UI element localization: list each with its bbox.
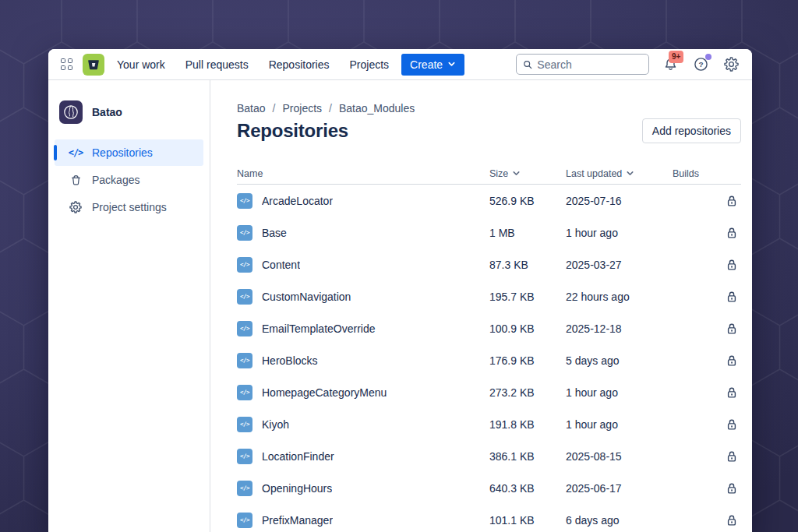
sidebar-menu: </> Repositories Packages — [48, 139, 210, 220]
table-row: </> PrefixManager 101.1 KB 6 days ago — [237, 504, 741, 532]
private-lock-icon — [725, 258, 741, 272]
table-row: </> CustomNavigation 195.7 KB 22 hours a… — [237, 280, 741, 312]
sidebar-item-label: Repositories — [92, 146, 153, 159]
sidebar-item-label: Packages — [92, 174, 139, 186]
repository-last-updated: 2025-07-16 — [566, 195, 673, 207]
repository-size: 101.1 KB — [489, 514, 566, 527]
sidebar-item-label: Project settings — [92, 201, 167, 213]
sort-chevron-icon — [625, 168, 635, 178]
private-lock-icon — [725, 290, 741, 304]
nav-item[interactable]: Projects — [350, 58, 390, 71]
repository-code-icon: </> — [237, 257, 252, 273]
repository-size: 191.8 KB — [489, 418, 566, 431]
repository-name-link[interactable]: ArcadeLocator — [262, 195, 333, 207]
top-navigation-bar: Your workPull requestsRepositoriesProjec… — [48, 49, 752, 80]
table-row: </> Base 1 MB 1 hour ago — [237, 217, 741, 248]
help-button[interactable]: ? — [692, 56, 709, 73]
repository-name-link[interactable]: HeroBlocks — [262, 354, 318, 367]
private-lock-icon — [725, 354, 741, 368]
repository-name-link[interactable]: Content — [262, 259, 300, 271]
repository-code-icon: </> — [237, 481, 252, 496]
nav-item[interactable]: Repositories — [269, 58, 330, 71]
help-status-dot — [705, 54, 711, 60]
sort-chevron-icon — [511, 168, 521, 178]
search-input[interactable] — [537, 58, 642, 71]
repository-size: 176.9 KB — [489, 354, 566, 367]
notification-count-badge: 9+ — [669, 51, 683, 63]
table-body: </> ArcadeLocator 526.9 KB 2025-07-16 — [237, 185, 741, 532]
table-row: </> Content 87.3 KB 2025-03-27 — [237, 248, 741, 280]
column-header-builds: Builds — [673, 168, 741, 179]
repository-size: 100.9 KB — [489, 322, 566, 335]
repository-last-updated: 2025-12-18 — [566, 322, 673, 335]
repository-code-icon: </> — [237, 417, 252, 432]
breadcrumb-link[interactable]: Projects — [282, 102, 338, 115]
repository-name-link[interactable]: CustomNavigation — [262, 291, 351, 303]
nav-item[interactable]: Pull requests — [185, 58, 249, 71]
private-lock-icon — [725, 226, 741, 240]
bitbucket-logo-icon[interactable] — [83, 54, 104, 76]
project-sidebar: Batao </> Repositories Packages — [48, 80, 210, 532]
sidebar-item-packages[interactable]: Packages — [55, 167, 203, 193]
repository-code-icon: </> — [237, 193, 252, 209]
page-title: Repositories — [237, 120, 348, 142]
repository-name-link[interactable]: LocationFinder — [262, 450, 334, 463]
private-lock-icon — [725, 322, 741, 336]
repository-last-updated: 2025-08-15 — [566, 450, 673, 463]
table-row: </> LocationFinder 386.1 KB 2025-08-15 — [237, 440, 741, 472]
table-header-row: Name Size Last updated — [237, 163, 741, 185]
private-lock-icon — [725, 417, 741, 432]
private-lock-icon — [725, 449, 741, 463]
repository-name-link[interactable]: Kiyoh — [262, 418, 289, 431]
repository-code-icon: </> — [237, 225, 252, 241]
repository-size: 195.7 KB — [489, 291, 566, 303]
repository-last-updated: 6 days ago — [566, 514, 673, 527]
bucket-glyph — [87, 58, 101, 72]
repository-name-link[interactable]: HomepageCategoryMenu — [262, 386, 387, 399]
notifications-button[interactable]: 9+ — [662, 56, 679, 73]
topbar-icon-group: 9+ ? — [662, 56, 740, 73]
repository-last-updated: 22 hours ago — [566, 291, 673, 303]
search-box — [516, 54, 649, 75]
repository-last-updated: 5 days ago — [566, 354, 673, 367]
add-repositories-button[interactable]: Add repositories — [642, 118, 741, 143]
code-icon: </> — [69, 147, 83, 158]
main-content: BataoProjectsBatao_Modules Repositories … — [210, 80, 752, 532]
repository-code-icon: </> — [237, 321, 252, 336]
breadcrumb-link[interactable]: Batao — [237, 102, 282, 115]
repository-name-link[interactable]: OpeningHours — [262, 482, 332, 495]
repository-code-icon: </> — [237, 385, 252, 400]
repository-last-updated: 2025-06-17 — [566, 482, 673, 495]
table-row: </> Kiyoh 191.8 KB 1 hour ago — [237, 408, 741, 440]
repository-last-updated: 1 hour ago — [566, 418, 673, 431]
repositories-table: Name Size Last updated — [237, 163, 741, 532]
workspace-name: Batao — [92, 106, 122, 118]
settings-button[interactable] — [722, 56, 740, 73]
app-switcher-icon[interactable] — [61, 58, 72, 70]
repository-size: 386.1 KB — [489, 450, 566, 463]
repository-name-link[interactable]: Base — [262, 227, 287, 239]
svg-text:?: ? — [698, 60, 703, 69]
repository-name-link[interactable]: EmailTemplateOverride — [262, 322, 376, 335]
column-header-size[interactable]: Size — [489, 168, 566, 179]
table-row: </> HeroBlocks 176.9 KB 5 days ago — [237, 344, 741, 376]
package-bucket-icon — [69, 174, 83, 186]
repository-size: 526.9 KB — [489, 195, 566, 207]
create-button[interactable]: Create — [401, 54, 464, 76]
sidebar-item-repositories[interactable]: </> Repositories — [55, 139, 203, 166]
private-lock-icon — [725, 481, 741, 495]
primary-nav: Your workPull requestsRepositoriesProjec… — [117, 58, 389, 71]
repository-last-updated: 1 hour ago — [566, 227, 673, 239]
private-lock-icon — [725, 194, 741, 208]
sidebar-item-project-settings[interactable]: Project settings — [55, 194, 203, 220]
private-lock-icon — [725, 386, 741, 400]
workspace-header[interactable]: Batao — [48, 100, 210, 139]
table-row: </> ArcadeLocator 526.9 KB 2025-07-16 — [237, 185, 741, 217]
breadcrumb-link[interactable]: Batao_Modules — [339, 102, 415, 115]
column-header-last-updated[interactable]: Last updated — [566, 168, 673, 179]
repository-name-link[interactable]: PrefixManager — [262, 514, 333, 527]
nav-item[interactable]: Your work — [117, 58, 165, 71]
repository-size: 87.3 KB — [489, 259, 566, 271]
workspace-avatar — [59, 100, 83, 124]
repository-size: 640.3 KB — [489, 482, 566, 495]
